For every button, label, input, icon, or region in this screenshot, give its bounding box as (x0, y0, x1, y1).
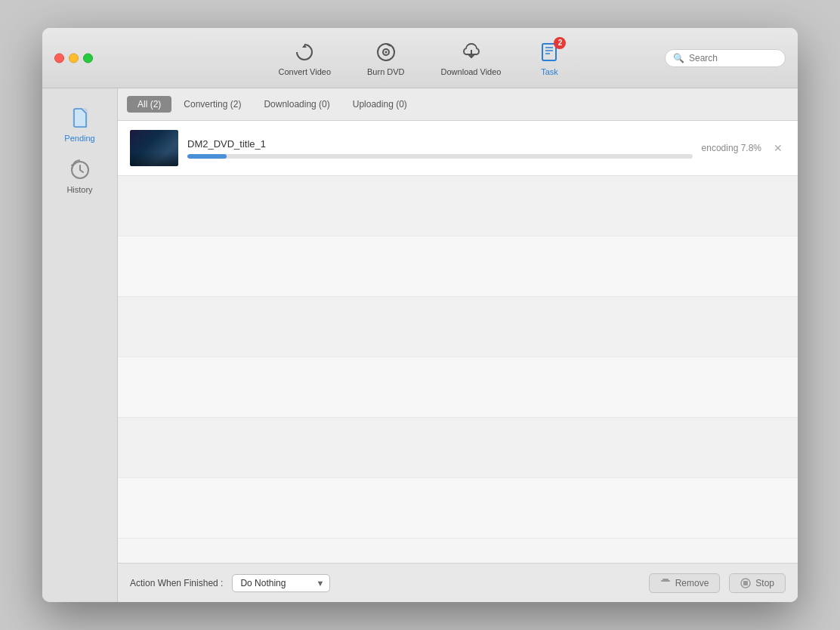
search-input[interactable] (689, 53, 780, 63)
filter-tabs: All (2) Converting (2) Downloading (0) U… (118, 88, 798, 121)
task-name: DM2_DVD_title_1 (187, 138, 693, 150)
task-list: DM2_DVD_title_1 encoding 7.8% ✕ (118, 121, 798, 563)
svg-rect-14 (743, 581, 748, 585)
action-select[interactable]: Do Nothing Shut Down Sleep Quit (232, 574, 330, 592)
main-area: Pending History All (2) Convertin (42, 88, 798, 602)
toolbar: Convert Video Burn DVD (261, 36, 580, 81)
remove-label: Remove (675, 578, 709, 588)
download-icon (459, 40, 483, 64)
action-select-wrapper: Do Nothing Shut Down Sleep Quit ▼ (232, 574, 330, 592)
empty-row (118, 478, 798, 539)
empty-row (118, 357, 798, 418)
download-video-label: Download Video (441, 67, 502, 76)
history-label: History (66, 185, 92, 194)
task-close-button[interactable]: ✕ (771, 139, 786, 157)
task-thumbnail (130, 130, 178, 166)
empty-row (118, 418, 798, 478)
tab-all[interactable]: All (2) (127, 96, 171, 113)
svg-rect-11 (661, 580, 670, 582)
titlebar: Convert Video Burn DVD (42, 28, 798, 88)
convert-icon (292, 40, 317, 64)
sidebar-item-history[interactable]: History (50, 152, 110, 200)
convert-video-button[interactable]: Convert Video (261, 36, 350, 81)
svg-rect-12 (662, 579, 669, 580)
task-label: Task (541, 67, 558, 76)
document-icon (68, 107, 92, 131)
stop-button[interactable]: Stop (729, 573, 786, 593)
table-row: DM2_DVD_title_1 encoding 7.8% ✕ (118, 121, 798, 176)
empty-row (118, 176, 798, 236)
task-button[interactable]: 2 Task (519, 36, 579, 81)
sidebar-item-pending[interactable]: Pending (50, 100, 110, 149)
progress-bar (187, 154, 693, 159)
tab-uploading[interactable]: Uploading (0) (342, 96, 418, 113)
progress-fill (187, 154, 227, 159)
empty-row (118, 297, 798, 357)
tab-downloading[interactable]: Downloading (0) (253, 96, 340, 113)
svg-point-2 (384, 51, 387, 53)
search-box: 🔍 (665, 49, 786, 67)
task-badge: 2 (554, 37, 566, 49)
traffic-lights (54, 53, 93, 63)
burn-dvd-label: Burn DVD (367, 67, 405, 76)
close-button[interactable] (54, 53, 64, 63)
empty-row (118, 236, 798, 297)
task-info: DM2_DVD_title_1 (187, 138, 693, 159)
burn-dvd-button[interactable]: Burn DVD (349, 36, 423, 81)
download-video-button[interactable]: Download Video (423, 36, 520, 81)
tab-converting[interactable]: Converting (2) (173, 96, 252, 113)
app-window: Convert Video Burn DVD (42, 28, 798, 602)
stop-label: Stop (755, 578, 774, 588)
remove-icon (660, 578, 671, 588)
convert-video-label: Convert Video (279, 67, 332, 76)
bottom-bar: Action When Finished : Do Nothing Shut D… (118, 563, 798, 602)
content-area: All (2) Converting (2) Downloading (0) U… (118, 88, 798, 602)
maximize-button[interactable] (83, 53, 93, 63)
dvd-icon (374, 40, 398, 64)
search-icon: 🔍 (673, 53, 684, 63)
action-when-finished-label: Action When Finished : (130, 578, 223, 588)
stop-icon (740, 578, 751, 588)
thumb-image (130, 130, 178, 166)
minimize-button[interactable] (69, 53, 79, 63)
task-icon: 2 (537, 40, 561, 64)
remove-button[interactable]: Remove (649, 573, 721, 593)
task-status: encoding 7.8% (702, 143, 761, 153)
pending-label: Pending (64, 134, 94, 143)
sidebar: Pending History (42, 88, 118, 602)
history-icon (68, 158, 92, 182)
